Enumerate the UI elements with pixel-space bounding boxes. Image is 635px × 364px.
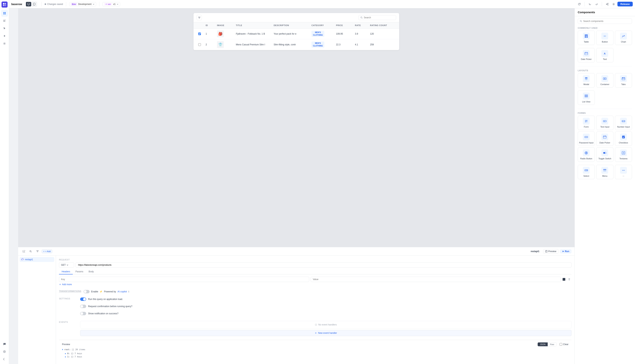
root-collapse-icon[interactable]: ▼ [62, 348, 63, 350]
desktop-view-btn[interactable] [26, 2, 31, 6]
comp-numberinput[interactable]: 1. Number Input [615, 116, 632, 130]
ver-selector[interactable]: ver v1 [102, 2, 120, 6]
tab-params[interactable]: Params [73, 269, 86, 274]
sidebar-icon-moon[interactable] [1, 356, 8, 362]
format-raw-tab[interactable]: Raw [548, 342, 556, 346]
left-sidebar: ✦ [0, 0, 9, 364]
components-search-input[interactable] [583, 20, 630, 22]
comp-textinput[interactable]: I Text Input [596, 116, 613, 130]
comp-datepicker[interactable]: Date Picker [578, 48, 595, 62]
clear-checkbox[interactable] [560, 343, 562, 346]
method-select[interactable]: GET [59, 262, 74, 268]
ai-copilot-link[interactable]: AI copilot [118, 290, 127, 293]
kv-delete-btn[interactable] [567, 277, 572, 282]
comp-container[interactable]: Container [596, 73, 613, 88]
bottom-comp-row: Select Menu ··· [575, 165, 635, 182]
comp-form-label: Form [584, 126, 589, 128]
comp-textarea[interactable]: A Textarea [615, 148, 632, 162]
search-data-icon[interactable] [28, 249, 33, 254]
preview-section: Preview JSON Raw Clear [59, 340, 572, 360]
no-events-icon [315, 324, 317, 326]
info-icon[interactable]: ℹ [128, 290, 129, 293]
select-bottom-icon [583, 167, 590, 174]
svg-point-19 [361, 17, 362, 18]
redo-btn[interactable] [594, 2, 599, 7]
comp-passwordinput[interactable]: Password Input [578, 132, 595, 146]
undo-btn[interactable] [588, 2, 593, 7]
sidebar-icon-chat[interactable] [1, 340, 8, 347]
value-input[interactable] [311, 277, 561, 282]
row2-title: Mens Casual Premium Slim I [234, 42, 272, 48]
app-logo[interactable] [2, 2, 8, 8]
col-header-rating: RATING COUNT [368, 22, 393, 28]
sidebar-icon-bubble[interactable] [1, 348, 8, 355]
comp-menu[interactable]: Menu [596, 165, 613, 179]
mobile-view-btn[interactable] [32, 2, 37, 6]
setting-toggle-2[interactable] [80, 305, 86, 308]
textinput-icon: I [601, 118, 608, 124]
expand-icon[interactable] [21, 249, 26, 254]
events-label: Events [59, 321, 78, 323]
row2-check[interactable] [195, 42, 204, 48]
comp-select-bottom[interactable]: Select [578, 165, 595, 179]
table-search-box[interactable] [358, 15, 396, 20]
setting-row-2: Request confirmation before running quer… [80, 305, 132, 308]
item1-expand-icon[interactable]: ▶ [65, 356, 66, 358]
comp-more[interactable]: ··· [615, 165, 632, 179]
sidebar-icon-star[interactable]: ✦ [1, 32, 8, 39]
url-input[interactable] [76, 262, 572, 268]
middle-area: ID IMAGE TITLE DESCRIPTION CATEGORY PRIC… [18, 8, 574, 364]
svg-rect-7 [5, 14, 6, 14]
setting-toggle-1[interactable] [80, 298, 86, 301]
components-search-box[interactable] [578, 18, 632, 24]
sidebar-icon-pages[interactable] [1, 10, 8, 17]
comp-modal[interactable]: Modal [578, 73, 595, 88]
settings-btn[interactable] [611, 2, 616, 7]
comp-toggleswitch[interactable]: Toggle Switch [596, 148, 613, 162]
tab-body[interactable]: Body [86, 269, 96, 274]
key-input[interactable] [59, 277, 309, 282]
svg-text:A: A [604, 52, 606, 55]
row1-rate: 3.9 [354, 30, 368, 37]
restapi1-item[interactable]: restapi1 [20, 257, 54, 262]
comp-form-datepicker[interactable]: Date Picker [596, 132, 613, 146]
comp-checkbox[interactable]: Checkbox [615, 132, 632, 146]
row1-check[interactable] [195, 30, 204, 37]
comp-form[interactable]: Form [578, 116, 595, 130]
preview-header: Preview JSON Raw Clear [62, 342, 568, 346]
comp-text[interactable]: A Text [596, 48, 613, 62]
refresh-btn[interactable] [576, 2, 582, 7]
preview-btn[interactable]: Preview [543, 249, 558, 254]
comp-listview[interactable]: List View [578, 90, 595, 105]
kv-checkbox[interactable] [562, 278, 566, 281]
transformations-toggle[interactable] [84, 290, 90, 293]
comp-button[interactable]: Button [596, 30, 613, 45]
release-btn[interactable]: Release [618, 2, 633, 6]
env-selector[interactable]: Env Development [69, 2, 96, 6]
filter-data-icon[interactable] [35, 249, 40, 254]
comp-chart[interactable]: Chart [615, 30, 632, 45]
sidebar-icon-cursor[interactable] [1, 25, 8, 32]
run-btn[interactable]: Run [560, 249, 572, 254]
svg-point-63 [586, 137, 586, 137]
svg-rect-21 [546, 250, 547, 252]
table-search-input[interactable] [364, 16, 394, 19]
item0-expand-icon[interactable]: ▶ [65, 352, 66, 354]
share-btn[interactable] [604, 2, 610, 7]
transformations-label[interactable]: Transformations [59, 290, 81, 292]
tab-headers[interactable]: Headers [59, 269, 73, 274]
sidebar-icon-settings[interactable] [1, 40, 8, 47]
comp-tabs[interactable]: Tabs [615, 73, 632, 88]
add-more-btn[interactable]: Add more [59, 283, 72, 286]
add-query-btn[interactable]: + + Add [42, 250, 52, 253]
form-datepicker-icon [601, 134, 608, 140]
setting-toggle-3[interactable] [80, 312, 86, 315]
comp-table[interactable]: Table [578, 30, 595, 45]
clear-label[interactable]: Clear [563, 343, 568, 346]
filter-btn[interactable] [196, 15, 202, 20]
new-event-btn[interactable]: New event handler [80, 330, 572, 336]
no-events-message: No event handlers [80, 321, 572, 328]
sidebar-icon-nav[interactable] [1, 18, 8, 24]
format-json-tab[interactable]: JSON [538, 342, 548, 346]
comp-radiobutton[interactable]: Radio Button [578, 148, 595, 162]
